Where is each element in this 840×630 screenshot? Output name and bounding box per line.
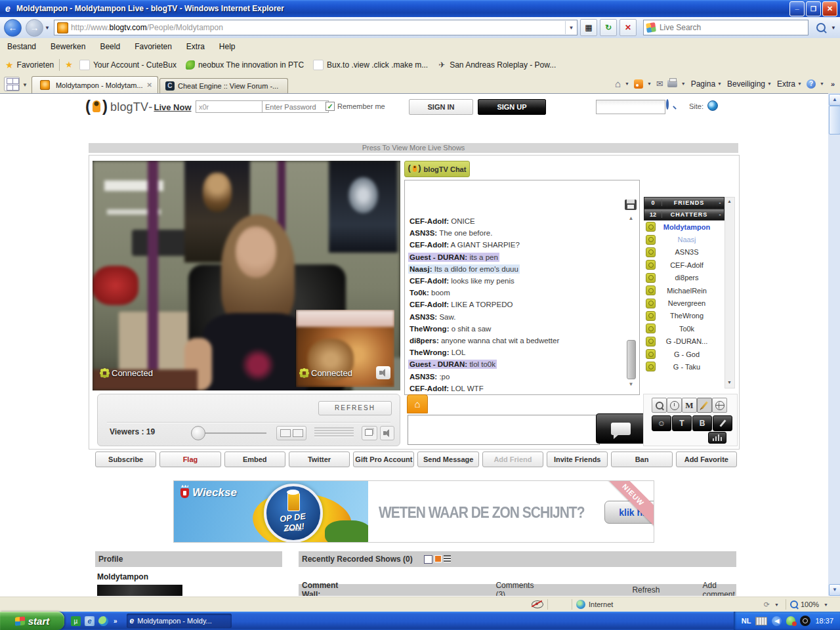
layout-toggle-button[interactable] bbox=[276, 426, 306, 440]
zoom-control[interactable]: 100%▼ bbox=[790, 600, 831, 608]
ie-quicklaunch-icon[interactable]: e bbox=[85, 616, 94, 626]
page-scrollbar[interactable]: ▲ ▼ bbox=[828, 93, 840, 596]
collapse-icon[interactable]: - bbox=[716, 211, 724, 218]
page-menu[interactable]: Pagina bbox=[691, 79, 715, 89]
privacy-eye-icon[interactable] bbox=[532, 600, 543, 608]
history-button[interactable] bbox=[667, 398, 682, 413]
emoticon-button[interactable]: ☺ bbox=[652, 415, 671, 431]
live-now-link[interactable]: Live Now bbox=[154, 102, 191, 112]
chatter-row[interactable]: To0k bbox=[644, 322, 723, 335]
live-search-box[interactable] bbox=[643, 20, 808, 35]
action-button[interactable]: Subscribe bbox=[95, 452, 156, 467]
favorites-link[interactable]: San Andreas Roleplay - Pow... bbox=[437, 60, 556, 70]
quicklaunch-more-icon[interactable]: » bbox=[114, 618, 117, 625]
minimize-button[interactable] bbox=[789, 1, 805, 16]
stop-button[interactable]: ✕ bbox=[620, 19, 637, 36]
msn-status-icon[interactable] bbox=[786, 616, 795, 625]
chatter-row[interactable]: ASN3S bbox=[644, 246, 723, 259]
chatter-row[interactable]: G -DURAN... bbox=[644, 335, 723, 348]
chatter-row[interactable]: di8pers bbox=[644, 272, 723, 284]
help-icon[interactable]: ? bbox=[807, 79, 816, 89]
inset-mute-button[interactable] bbox=[376, 366, 390, 379]
more-commands-icon[interactable]: » bbox=[831, 80, 835, 88]
grid-view-icon[interactable] bbox=[434, 555, 442, 562]
chat-tab[interactable]: () blogTV Chat bbox=[404, 161, 470, 177]
favorites-link[interactable]: neobux The innovation in PTC bbox=[186, 60, 304, 70]
more-live-shows-bar[interactable]: Press To View More Live Shows bbox=[89, 143, 738, 153]
chat-input[interactable] bbox=[408, 415, 600, 445]
menu-item[interactable]: Extra bbox=[179, 42, 212, 51]
home-icon[interactable]: ⌂ bbox=[615, 78, 621, 89]
menu-item[interactable]: Help bbox=[212, 42, 243, 51]
chat-home-tab[interactable]: ⌂ bbox=[407, 394, 428, 413]
back-button[interactable]: ← bbox=[4, 19, 22, 37]
tab-close-icon[interactable]: ✕ bbox=[147, 81, 152, 89]
compatibility-view-button[interactable]: ▦ bbox=[580, 19, 597, 36]
webcam-video[interactable]: Connected Connected bbox=[93, 161, 400, 390]
live-search-input[interactable] bbox=[658, 22, 808, 33]
save-chat-icon[interactable] bbox=[625, 200, 637, 210]
popout-button[interactable] bbox=[362, 426, 377, 440]
refresh-stream-button[interactable]: REFRESH bbox=[318, 401, 392, 415]
chatter-row[interactable]: Moldytampon bbox=[644, 220, 723, 233]
chat-scroll-up-icon[interactable]: ▲ bbox=[626, 214, 636, 222]
action-button[interactable]: Embed bbox=[224, 452, 285, 467]
profile-thumbnail[interactable] bbox=[97, 585, 182, 596]
tools-menu[interactable]: Extra bbox=[777, 79, 795, 89]
send-message-button[interactable] bbox=[596, 413, 646, 444]
tray-collapse-icon[interactable]: ◀ bbox=[772, 616, 782, 626]
sign-up-button[interactable]: SIGN UP bbox=[478, 99, 546, 115]
tab-cheat-engine[interactable]: C Cheat Engine :: View Forum -... bbox=[159, 78, 288, 93]
menu-item[interactable]: Bestand bbox=[0, 42, 43, 51]
protected-mode-button[interactable]: ⟳▼ bbox=[764, 600, 782, 609]
search-options-dropdown-icon[interactable]: ▼ bbox=[831, 25, 836, 31]
scroll-thumb[interactable] bbox=[829, 106, 840, 135]
sound-button[interactable] bbox=[708, 432, 726, 444]
chat-scroll-thumb[interactable] bbox=[627, 340, 636, 379]
mail-icon[interactable]: ✉ bbox=[656, 79, 663, 89]
action-button[interactable]: Send Message bbox=[417, 452, 478, 467]
chat-scroll-down-icon[interactable]: ▼ bbox=[626, 380, 636, 388]
tab-list-dropdown-icon[interactable]: ▼ bbox=[22, 82, 28, 88]
chatter-row[interactable]: Nevergreen bbox=[644, 297, 723, 309]
add-favorite-icon[interactable]: ★ bbox=[65, 60, 73, 70]
text-style-button[interactable]: T bbox=[672, 415, 692, 431]
scroll-down-icon[interactable]: ▼ bbox=[829, 584, 840, 596]
username-field[interactable] bbox=[196, 100, 262, 113]
chatter-row[interactable]: TheWrong bbox=[644, 310, 723, 322]
close-button[interactable] bbox=[822, 1, 837, 16]
list-view-icon[interactable] bbox=[424, 555, 432, 564]
messenger-icon[interactable] bbox=[98, 616, 108, 626]
comments-refresh-link[interactable]: Refresh bbox=[632, 585, 660, 595]
scroll-up-icon[interactable]: ▲ bbox=[829, 94, 840, 106]
print-icon[interactable] bbox=[667, 80, 677, 87]
pen-button[interactable] bbox=[713, 415, 732, 431]
bold-button[interactable]: B bbox=[692, 415, 712, 431]
action-button[interactable]: Flag bbox=[159, 452, 220, 467]
site-search-button[interactable] bbox=[666, 100, 669, 108]
utorrent-icon[interactable]: µ bbox=[71, 616, 81, 626]
menu-item[interactable]: Favorieten bbox=[127, 42, 179, 51]
search-go-button[interactable] bbox=[812, 19, 830, 36]
steam-icon[interactable] bbox=[800, 616, 810, 626]
favorites-link[interactable]: Bux.to .view .click .make m... bbox=[313, 60, 428, 70]
roster-scroll-up-icon[interactable]: ▲ bbox=[725, 198, 734, 205]
favorites-link[interactable]: Your Account - CuteBux bbox=[79, 60, 177, 70]
friends-header[interactable]: 0 FRIENDS - bbox=[644, 197, 724, 209]
menu-item[interactable]: Bewerken bbox=[43, 42, 93, 51]
maximize-button[interactable] bbox=[806, 1, 821, 16]
refresh-button[interactable]: ↻ bbox=[600, 19, 617, 36]
mute-button[interactable] bbox=[380, 426, 394, 440]
quick-tabs-icon[interactable] bbox=[4, 77, 20, 91]
seek-knob[interactable] bbox=[191, 426, 205, 440]
history-dropdown-icon[interactable]: ▼ bbox=[45, 25, 50, 31]
url-dropdown-icon[interactable]: ▼ bbox=[565, 21, 577, 34]
forward-button[interactable]: → bbox=[26, 19, 43, 37]
detail-view-icon[interactable] bbox=[444, 555, 451, 562]
chatter-row[interactable]: G - God bbox=[644, 348, 723, 360]
action-button[interactable]: Twitter bbox=[289, 452, 350, 467]
roster-scrollbar[interactable]: ▲ ▼ bbox=[724, 197, 735, 388]
volume-slider[interactable] bbox=[314, 427, 354, 438]
chatter-row[interactable]: MichaelRein bbox=[644, 284, 723, 297]
action-button[interactable]: Add Favorite bbox=[676, 452, 737, 467]
